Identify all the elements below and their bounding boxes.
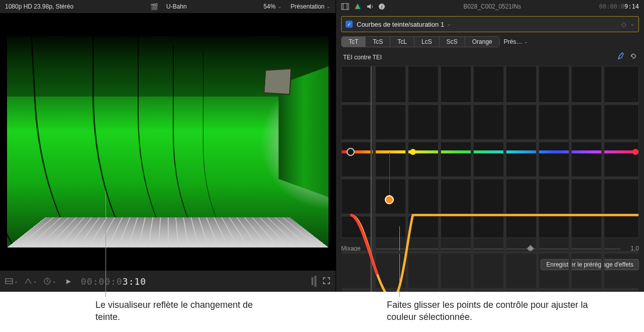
inspector-panel: i B028_C002_0521INs 00:00:09:14 ✓ Courbe…: [336, 0, 644, 292]
clip-appearance-menu[interactable]: ⌄: [5, 278, 18, 284]
caption-right: Faites glisser les points de contrôle po…: [387, 299, 608, 323]
tab-scs[interactable]: ScS: [440, 37, 465, 47]
viewer-timecode[interactable]: 00:00:03:10: [81, 276, 146, 287]
tab-orange[interactable]: Orange: [465, 37, 499, 47]
zoom-menu[interactable]: 54% ⌄: [264, 3, 282, 10]
tab-tcs[interactable]: TcS: [366, 37, 390, 47]
format-label: 1080p HD 23.98p, Stéréo: [5, 3, 73, 10]
effect-name[interactable]: Courbes de teinte/saturation 1 ⌄: [357, 21, 617, 28]
info-inspector-icon[interactable]: i: [378, 3, 385, 10]
clapper-icon: [150, 3, 157, 10]
captions: Le visualiseur reflète le changement de …: [0, 292, 644, 332]
curve-tab-group: TcT TcS TcL LcS ScS Orange: [341, 36, 500, 47]
chevron-down-icon: ⌄: [327, 4, 331, 9]
viewer-area[interactable]: [0, 13, 336, 271]
app-frame: 1080p HD 23.98p, Stéréo U-Bahn 54% ⌄ Pré…: [0, 0, 644, 292]
color-inspector-icon[interactable]: [354, 3, 361, 10]
curve-tabs: TcT TcS TcL LcS ScS Orange Prés… ⌄: [341, 35, 639, 48]
curve-header: TEI contre TEI: [336, 50, 644, 64]
handle-line: [389, 152, 390, 200]
fullscreen-button[interactable]: [323, 277, 331, 286]
curve-point-start[interactable]: [347, 148, 355, 156]
curve-editor[interactable]: [341, 66, 639, 238]
caption-left: Le visualiseur reflète le changement de …: [95, 299, 256, 323]
effect-row[interactable]: ✓ Courbes de teinte/saturation 1 ⌄ ◇ ⌄: [341, 16, 639, 32]
audio-inspector-icon[interactable]: [366, 3, 373, 10]
inspector-top-bar: i B028_C002_0521INs 00:00:09:14: [336, 0, 644, 13]
chevron-down-icon: ⌄: [447, 22, 451, 27]
transform-menu[interactable]: ⌄: [24, 278, 37, 285]
clip-name[interactable]: U-Bahn: [166, 3, 187, 10]
chevron-down-icon[interactable]: ⌄: [630, 22, 634, 27]
curve-title-label: TEI contre TEI: [343, 54, 382, 61]
video-inspector-icon[interactable]: [341, 3, 349, 10]
chevron-down-icon: ⌄: [278, 4, 282, 9]
preset-menu[interactable]: Prés… ⌄: [504, 38, 528, 45]
viewer-top-bar: 1080p HD 23.98p, Stéréo U-Bahn 54% ⌄ Pré…: [0, 0, 336, 13]
chevron-down-icon: ⌄: [33, 279, 37, 284]
view-menu[interactable]: Présentation ⌄: [291, 3, 331, 10]
zoom-value: 54%: [264, 3, 276, 10]
inspector-timecode: 00:00:09:14: [599, 3, 639, 10]
keyframe-icon[interactable]: ◇: [621, 21, 626, 28]
tab-tct[interactable]: TcT: [342, 37, 366, 47]
tab-tcl[interactable]: TcL: [390, 37, 414, 47]
inspector-clip-name: B028_C002_0521INs: [463, 3, 521, 10]
curve-point-selected[interactable]: [385, 195, 394, 204]
reset-icon[interactable]: [630, 53, 637, 61]
retime-menu[interactable]: ⌄: [43, 277, 56, 285]
tab-lcs[interactable]: LcS: [414, 37, 440, 47]
svg-rect-3: [342, 4, 349, 10]
eyedropper-icon[interactable]: [617, 52, 625, 62]
transport-bar: ⌄ ⌄ ⌄ ▶ 00:00:03:10: [0, 271, 336, 292]
effect-checkbox[interactable]: ✓: [346, 21, 353, 28]
curve-point-end[interactable]: [632, 149, 638, 155]
chevron-down-icon: ⌄: [14, 279, 18, 284]
play-button[interactable]: ▶: [62, 278, 75, 285]
viewer-panel: 1080p HD 23.98p, Stéréo U-Bahn 54% ⌄ Pré…: [0, 0, 336, 292]
chevron-down-icon: ⌄: [52, 279, 56, 284]
view-menu-label: Présentation: [291, 3, 325, 10]
viewer-frame: [7, 36, 329, 247]
chevron-down-icon: ⌄: [524, 39, 528, 44]
audio-meter-icon[interactable]: [311, 276, 316, 287]
viewer-image: [7, 36, 329, 247]
curve-point-yellow[interactable]: [410, 149, 416, 155]
